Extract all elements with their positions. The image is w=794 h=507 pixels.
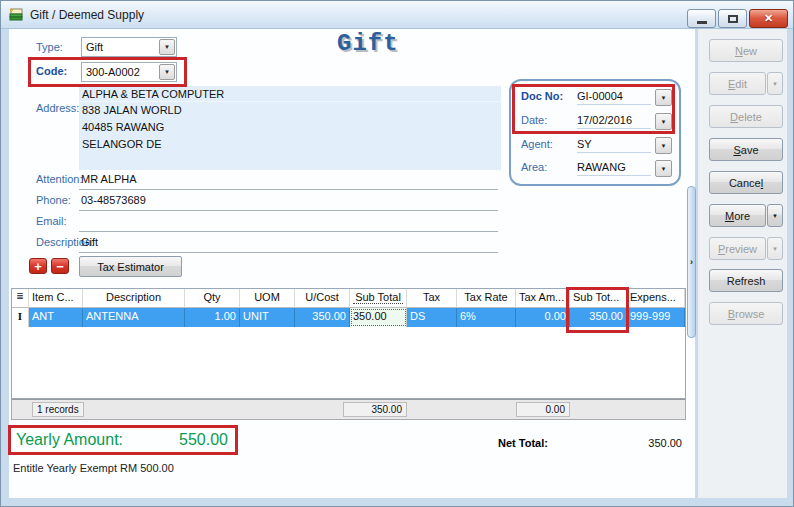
chevron-right-icon: › xyxy=(690,257,693,267)
refresh-button[interactable]: Refresh xyxy=(709,269,783,292)
cell-item-code[interactable]: ANT xyxy=(29,308,83,327)
cancel-button[interactable]: Cancel xyxy=(709,171,783,194)
dropdown-arrow-icon: ▼ xyxy=(772,81,778,87)
area-label: Area: xyxy=(521,161,547,173)
email-underline xyxy=(79,231,498,232)
edit-dropdown-button[interactable]: ▼ xyxy=(767,72,783,95)
col-subtotal-2[interactable]: Sub Tot... xyxy=(570,289,627,308)
items-table: ≣ Item C... Description Qty UOM U/Cost S… xyxy=(11,288,686,399)
col-item-code[interactable]: Item C... xyxy=(29,289,83,308)
yearly-amount-label: Yearly Amount: xyxy=(16,431,123,449)
col-tax[interactable]: Tax xyxy=(407,289,457,308)
address-line: 40485 RAWANG xyxy=(79,119,501,136)
company-name: ALPHA & BETA COMPUTER xyxy=(79,86,501,102)
agent-dropdown-icon[interactable]: ▼ xyxy=(655,137,672,154)
cell-ucost[interactable]: 350.00 xyxy=(295,308,350,327)
type-label: Type: xyxy=(36,41,63,53)
table-row[interactable]: I ANT ANTENNA 1.00 UNIT 350.00 350.00 DS… xyxy=(12,308,685,327)
new-button[interactable]: New xyxy=(709,39,783,62)
cell-tax-rate[interactable]: 6% xyxy=(457,308,516,327)
code-label: Code: xyxy=(36,65,67,77)
yearly-amount-highlight-box: Yearly Amount: 550.00 xyxy=(8,425,238,455)
maximize-button[interactable] xyxy=(718,9,747,28)
description-underline xyxy=(79,252,498,253)
more-dropdown-button[interactable]: ▼ xyxy=(767,204,783,227)
remove-row-button[interactable]: − xyxy=(51,258,69,274)
col-subtotal[interactable]: Sub Total xyxy=(350,289,407,308)
col-tax-rate[interactable]: Tax Rate xyxy=(457,289,516,308)
preview-dropdown-button[interactable]: ▼ xyxy=(767,237,783,260)
col-description[interactable]: Description xyxy=(83,289,185,308)
cell-qty[interactable]: 1.00 xyxy=(185,308,240,327)
agent-label: Agent: xyxy=(521,138,553,150)
cell-tax[interactable]: DS xyxy=(407,308,457,327)
col-expense[interactable]: Expens... xyxy=(627,289,685,308)
more-button[interactable]: More xyxy=(709,204,766,227)
plus-icon: + xyxy=(34,260,42,273)
col-ucost[interactable]: U/Cost xyxy=(295,289,350,308)
titlebar: Gift / Deemed Supply ✕ xyxy=(1,1,794,29)
net-total-value: 350.00 xyxy=(602,437,682,449)
gift-watermark: Gift xyxy=(337,30,399,57)
table-header-row: ≣ Item C... Description Qty UOM U/Cost S… xyxy=(12,289,685,308)
description-field[interactable]: Gift xyxy=(81,236,98,248)
agent-field[interactable]: SY xyxy=(577,138,651,153)
add-row-button[interactable]: + xyxy=(29,258,47,274)
close-icon: ✕ xyxy=(764,12,773,25)
doc-info-panel: Doc No: GI-00004 ▼ Date: 17/02/2016 ▼ Ag… xyxy=(509,79,681,186)
save-button[interactable]: Save xyxy=(709,138,783,161)
col-tax-amount[interactable]: Tax Am... xyxy=(516,289,570,308)
doc-no-dropdown-icon[interactable]: ▼ xyxy=(655,89,672,106)
date-label: Date: xyxy=(521,114,547,126)
area-dropdown-icon[interactable]: ▼ xyxy=(655,160,672,177)
footer-subtotal: 350.00 xyxy=(343,402,407,417)
maximize-icon xyxy=(728,15,738,23)
yearly-exempt-note: Entitle Yearly Exempt RM 500.00 xyxy=(13,462,174,474)
attention-field[interactable]: MR ALPHA xyxy=(81,173,137,185)
panel-collapse-handle[interactable]: › xyxy=(687,186,696,338)
column-chooser-icon[interactable]: ≣ xyxy=(12,289,29,308)
dropdown-arrow-icon: ▼ xyxy=(772,213,778,219)
browse-button[interactable]: Browse xyxy=(709,302,783,325)
app-icon xyxy=(8,7,24,23)
phone-field[interactable]: 03-48573689 xyxy=(81,194,146,206)
gift-deemed-supply-window: Gift / Deemed Supply ✕ Type: Gift ▼ Code… xyxy=(0,0,794,507)
address-line: SELANGOR DE xyxy=(79,136,501,153)
minimize-icon xyxy=(697,21,707,24)
cell-tax-amount[interactable]: 0.00 xyxy=(516,308,570,327)
address-label: Address: xyxy=(36,102,79,114)
dropdown-arrow-icon: ▼ xyxy=(772,246,778,252)
code-value: 300-A0002 xyxy=(86,66,140,78)
preview-button[interactable]: Preview xyxy=(709,237,766,260)
code-combobox[interactable]: 300-A0002 ▼ xyxy=(81,62,177,82)
tax-estimator-button[interactable]: Tax Estimator xyxy=(79,256,182,277)
minimize-button[interactable] xyxy=(687,9,716,28)
col-qty[interactable]: Qty xyxy=(185,289,240,308)
code-dropdown-icon[interactable]: ▼ xyxy=(159,64,175,80)
type-combobox[interactable]: Gift ▼ xyxy=(81,37,177,57)
col-uom[interactable]: UOM xyxy=(240,289,295,308)
date-dropdown-icon[interactable]: ▼ xyxy=(655,113,672,130)
type-dropdown-icon[interactable]: ▼ xyxy=(159,39,175,55)
phone-label: Phone: xyxy=(36,194,71,206)
cell-subtotal-2[interactable]: 350.00 xyxy=(570,308,627,327)
table-footer: 1 records 350.00 0.00 xyxy=(11,399,686,420)
cell-subtotal-editing[interactable]: 350.00 xyxy=(350,308,407,327)
edit-button[interactable]: Edit xyxy=(709,72,766,95)
cell-uom[interactable]: UNIT xyxy=(240,308,295,327)
close-button[interactable]: ✕ xyxy=(749,9,788,28)
action-button-panel xyxy=(697,29,787,498)
area-field[interactable]: RAWANG xyxy=(577,161,651,176)
window-title: Gift / Deemed Supply xyxy=(30,8,144,22)
doc-no-field[interactable]: GI-00004 xyxy=(577,90,651,105)
yearly-amount-value: 550.00 xyxy=(179,431,228,449)
address-line: 838 JALAN WORLD xyxy=(79,102,501,119)
row-indicator-icon: I xyxy=(12,308,29,327)
cell-description[interactable]: ANTENNA xyxy=(83,308,185,327)
delete-button[interactable]: Delete xyxy=(709,105,783,128)
email-label: Email: xyxy=(36,215,67,227)
cell-expense[interactable]: 999-999 xyxy=(627,308,685,327)
footer-tax-amount: 0.00 xyxy=(516,402,570,417)
date-field[interactable]: 17/02/2016 xyxy=(577,114,651,129)
address-block[interactable]: ALPHA & BETA COMPUTER 838 JALAN WORLD 40… xyxy=(79,86,501,170)
